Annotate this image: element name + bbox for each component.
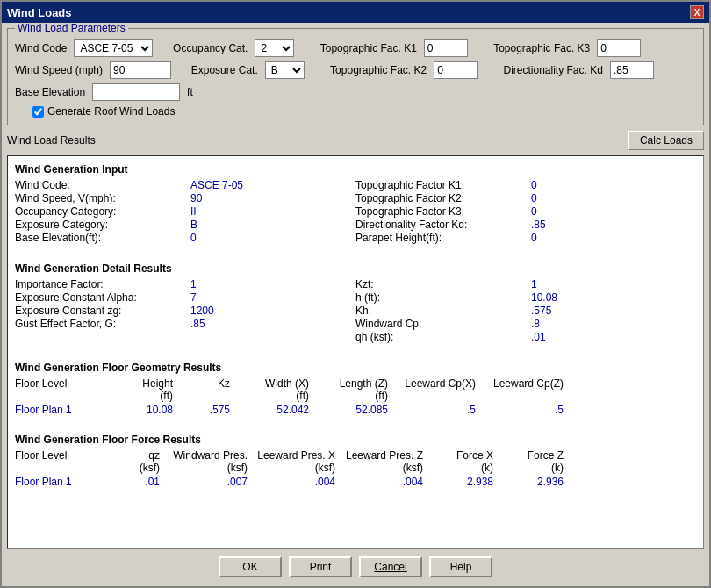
geom-length-col-label: Length (Z) xyxy=(340,377,388,390)
force-floor-rows: Floor Plan 1 .01 .007 .004 .004 2.938 2.… xyxy=(15,476,696,488)
topo-k1-result-lbl: Topographic Factor K1: xyxy=(356,179,531,191)
force-floor-col-header: Floor Level xyxy=(15,449,94,474)
topo-k1-result-val: 0 xyxy=(531,179,537,191)
force-leepz-unit: (ksf) xyxy=(403,462,423,474)
calc-loads-button[interactable]: Calc Loads xyxy=(628,131,704,150)
params-row-1: Wind Code ASCE 7-05 Occupancy Cat. 2 Top… xyxy=(15,39,696,57)
ok-button[interactable]: OK xyxy=(219,556,282,577)
window-title: Wind Loads xyxy=(7,6,72,19)
help-button[interactable]: Help xyxy=(429,556,492,577)
generate-roof-checkbox[interactable] xyxy=(32,106,44,118)
wind-speed-result-val: 90 xyxy=(190,192,202,204)
params-row-2: Wind Speed (mph) Exposure Cat. B Topogra… xyxy=(15,61,696,79)
print-button[interactable]: Print xyxy=(289,556,352,577)
base-elevation-unit: ft xyxy=(187,86,193,98)
topo-k2-input[interactable] xyxy=(434,61,478,79)
qh-row: qh (ksf): .01 xyxy=(356,331,696,343)
exp-zg-row: Exposure Constant zg: 1200 xyxy=(15,305,356,317)
occupancy-result-lbl: Occupancy Category: xyxy=(15,205,190,218)
dir-kd-row: Directionality Factor Kd: .85 xyxy=(356,219,696,231)
cancel-button[interactable]: Cancel xyxy=(359,556,422,577)
topo-k2-result-val: 0 xyxy=(531,192,537,204)
gen-detail-title: Wind Generation Detail Results xyxy=(15,262,696,275)
wind-speed-result-lbl: Wind Speed, V(mph): xyxy=(15,192,190,204)
topo-k2-row: Topographic Factor K2: 0 xyxy=(356,192,696,204)
topo-k2-result-lbl: Topographic Factor K2: xyxy=(356,192,531,204)
force-floor-row: Floor Plan 1 .01 .007 .004 .004 2.938 2.… xyxy=(15,476,696,488)
floor-kz: .575 xyxy=(173,404,230,416)
geom-floor-row: Floor Plan 1 10.08 .575 52.042 52.085 .5… xyxy=(15,404,696,416)
directionality-input[interactable] xyxy=(610,61,654,79)
base-elevation-input[interactable] xyxy=(92,83,180,101)
floor-height: 10.08 xyxy=(107,404,173,416)
windward-cp-result-val: .8 xyxy=(531,318,540,330)
force-qz-unit: (ksf) xyxy=(140,462,160,474)
exposure-cat-select[interactable]: B xyxy=(265,61,305,79)
geom-length-col-unit: (ft) xyxy=(375,390,388,402)
window-body: Wind Load Parameters Wind Code ASCE 7-05… xyxy=(2,23,709,586)
floor-plan-name: Floor Plan 1 xyxy=(15,404,107,416)
occupancy-row: Occupancy Category: II xyxy=(15,205,356,218)
base-elev-result-lbl: Base Elevation(ft): xyxy=(15,232,190,244)
exp-alpha-result-lbl: Exposure Constant Alpha: xyxy=(15,291,190,304)
force-forcex-col-header: Force X (k) xyxy=(423,449,493,474)
exposure-result-lbl: Exposure Category: xyxy=(15,219,190,231)
floor-leeward-z: .5 xyxy=(476,404,564,416)
force-qz-label: qz xyxy=(148,449,160,462)
base-elev-row: Base Elevation(ft): 0 xyxy=(15,232,356,244)
wind-code-result-lbl: Wind Code: xyxy=(15,179,190,191)
force-windpres-unit: (ksf) xyxy=(227,462,248,474)
wind-code-select[interactable]: ASCE 7-05 xyxy=(74,39,153,57)
close-button[interactable]: X xyxy=(690,5,704,19)
gust-result-lbl: Gust Effect Factor, G: xyxy=(15,318,190,330)
force-forcez-label: Force Z xyxy=(528,449,564,462)
occupancy-cat-select[interactable]: 2 xyxy=(255,39,294,57)
geom-length-col-header: Length (Z) (ft) xyxy=(309,377,388,402)
geom-floor-rows: Floor Plan 1 10.08 .575 52.042 52.085 .5… xyxy=(15,404,696,416)
force-force-z: 2.936 xyxy=(493,476,564,488)
geom-width-col-label: Width (X) xyxy=(265,377,309,390)
base-elevation-label: Base Elevation xyxy=(15,86,85,98)
gust-result-val: .85 xyxy=(190,318,205,330)
params-grid: Wind Code ASCE 7-05 Occupancy Cat. 2 Top… xyxy=(15,39,696,118)
checkbox-row: Generate Roof Wind Loads xyxy=(32,105,696,118)
topo-k3-input[interactable] xyxy=(597,39,641,57)
wind-speed-input[interactable] xyxy=(110,61,171,79)
force-leepx-col-header: Leeward Pres. X (ksf) xyxy=(248,449,335,474)
force-lee-pres-x: .004 xyxy=(248,476,335,488)
topo-k1-input[interactable] xyxy=(424,39,468,57)
dir-kd-result-val: .85 xyxy=(531,219,546,231)
kzt-row: Kzt: 1 xyxy=(356,278,696,290)
geom-leeward-z-col-header: Leeward Cp(Z) xyxy=(476,377,564,402)
floor-length: 52.085 xyxy=(309,404,388,416)
directionality-label: Directionality Fac. Kd xyxy=(504,64,603,76)
kh-result-val: .575 xyxy=(531,305,551,317)
bottom-bar: OK Print Cancel Help xyxy=(7,552,704,581)
topo-k2-label: Topographic Fac. K2 xyxy=(330,64,427,76)
exp-zg-result-lbl: Exposure Constant zg: xyxy=(15,305,190,317)
exposure-result-val: B xyxy=(190,219,198,231)
importance-result-lbl: Importance Factor: xyxy=(15,278,190,290)
topo-k3-label: Topographic Fac. K3 xyxy=(493,42,590,54)
force-lee-pres-z: .004 xyxy=(335,476,423,488)
force-forcex-label: Force X xyxy=(456,449,493,462)
topo-k3-result-val: 0 xyxy=(531,205,537,218)
floor-width: 52.042 xyxy=(230,404,309,416)
topo-k3-row: Topographic Factor K3: 0 xyxy=(356,205,696,218)
importance-row: Importance Factor: 1 xyxy=(15,278,356,290)
topo-k1-label: Topographic Fac. K1 xyxy=(320,42,417,54)
topo-k1-row: Topographic Factor K1: 0 xyxy=(356,179,696,191)
geom-table-header: Floor Level Height (ft) Kz Width (X) (ft… xyxy=(15,377,696,402)
gen-detail-right: Kzt: 1 h (ft): 10.08 Kh: .575 Windward C… xyxy=(356,278,696,344)
dir-kd-result-lbl: Directionality Factor Kd: xyxy=(356,219,531,231)
geom-width-col-unit: (ft) xyxy=(296,390,309,402)
force-leepx-unit: (ksf) xyxy=(315,462,335,474)
kzt-result-lbl: Kzt: xyxy=(356,278,531,290)
force-forcex-unit: (k) xyxy=(481,462,493,474)
geom-height-col-header: Height (ft) xyxy=(107,377,173,402)
wind-code-label: Wind Code xyxy=(15,42,67,54)
gen-input-twocol: Wind Code: ASCE 7-05 Wind Speed, V(mph):… xyxy=(15,179,696,245)
params-group: Wind Load Parameters Wind Code ASCE 7-05… xyxy=(7,28,704,125)
results-box[interactable]: Wind Generation Input Wind Code: ASCE 7-… xyxy=(7,155,704,549)
results-label: Wind Load Results xyxy=(7,134,96,147)
